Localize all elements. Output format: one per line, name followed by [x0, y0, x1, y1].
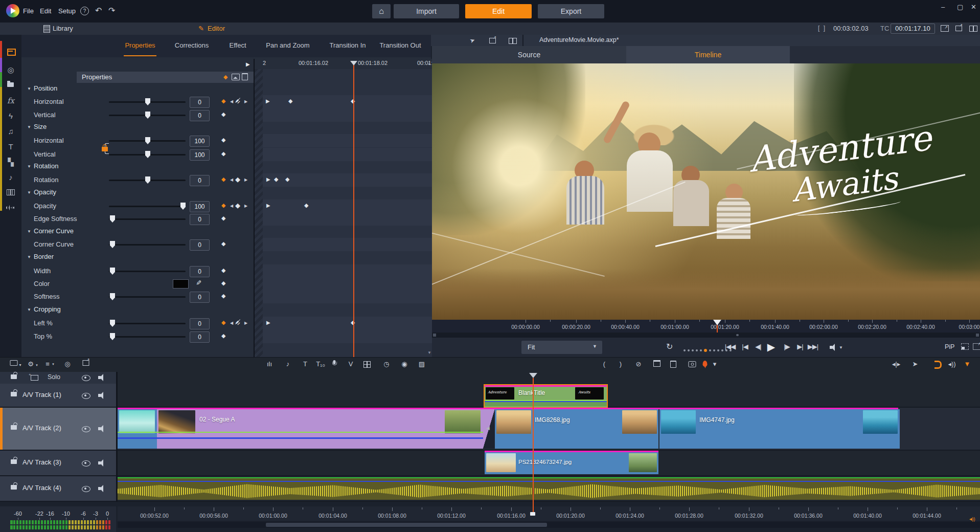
undo-icon[interactable]: ↶ — [95, 6, 102, 15]
track-speaker-icon[interactable] — [98, 425, 104, 432]
transition-wedge[interactable]: ◀ — [483, 409, 495, 449]
slider-track-edge softness[interactable] — [109, 218, 186, 220]
keyframe-add-icon[interactable]: ◆ — [221, 176, 225, 183]
voiceover-mic-icon[interactable] — [333, 360, 336, 364]
master-eye-icon[interactable] — [82, 375, 90, 381]
prev-keyframe-icon[interactable]: ◀ — [230, 178, 233, 182]
speaker-dropdown-icon[interactable]: ▼ — [839, 345, 843, 350]
track-lock-icon[interactable] — [11, 392, 17, 396]
marker-dropdown-icon[interactable]: ▾ — [713, 360, 717, 368]
track-lock-icon[interactable] — [11, 485, 17, 490]
audio-mixer-icon[interactable]: ılı — [267, 360, 272, 368]
ruler-playhead-grip[interactable] — [530, 512, 535, 516]
keyframe-add-icon[interactable]: ◆ — [221, 319, 225, 326]
split-view-icon[interactable] — [509, 38, 517, 44]
razor-disabled-icon[interactable]: ⊘ — [636, 360, 642, 368]
tab-transition-out[interactable]: Transition Out — [379, 41, 421, 49]
gear-settings-icon[interactable]: ⚙▾ — [28, 360, 34, 368]
slider-thumb-rotation[interactable] — [145, 176, 150, 184]
trim-editor-icon[interactable]: ◂|▸ — [892, 360, 900, 368]
timeline-playhead-strip[interactable] — [118, 372, 980, 384]
home-button[interactable]: ⌂ — [372, 4, 391, 18]
slider-track-width[interactable] — [109, 271, 186, 272]
help-icon[interactable]: ? — [80, 7, 89, 15]
scroll-cap-right[interactable] — [976, 334, 979, 337]
export-button[interactable]: Export — [538, 4, 604, 18]
disc-author-icon[interactable]: ◎ — [64, 360, 70, 368]
send-to-timeline-icon[interactable]: ➤ — [913, 360, 918, 368]
loop-icon[interactable]: ↻ — [666, 342, 673, 351]
timeline-ruler[interactable]: 00:00:52.0000:00:56.0000:01:00.0000:01:0… — [118, 506, 980, 521]
value-field-left %[interactable]: 0 — [190, 318, 210, 329]
film-reel-icon[interactable]: ◎ — [0, 65, 21, 75]
tab-transition-in[interactable]: Transition In — [329, 41, 366, 49]
track-content-2[interactable]: 02 - Segue A◀IMG8268.jpgIMG4747.jpg — [118, 408, 980, 451]
keyframe-point[interactable]: ◆ — [285, 176, 289, 183]
maximize-button[interactable]: ▢ — [957, 3, 963, 11]
menu-edit[interactable]: Edit — [40, 7, 51, 15]
tab-corrections[interactable]: Corrections — [175, 41, 209, 49]
value-field-vertical[interactable]: 100 — [190, 149, 210, 161]
track-eye-icon[interactable] — [82, 460, 90, 467]
subtitle-text-icon[interactable]: T₁₀ — [316, 360, 325, 368]
transport-jump-start-button[interactable]: |◀◀ — [725, 343, 735, 350]
effects-fx-icon[interactable]: fx — [0, 96, 21, 105]
value-field-softness[interactable]: 0 — [190, 292, 210, 303]
dual-view-icon[interactable] — [969, 26, 977, 32]
audio-wave-icon[interactable] — [6, 205, 14, 211]
video-preview[interactable]: Adventure Awaits — [432, 63, 980, 320]
next-keyframe-icon[interactable]: ▶ — [244, 321, 247, 325]
value-field-top %[interactable]: 0 — [190, 331, 210, 343]
multicam-grid-icon[interactable] — [363, 360, 371, 369]
menu-setup[interactable]: Setup — [58, 7, 76, 15]
tab-pan-and-zoom[interactable]: Pan and Zoom — [266, 41, 309, 49]
value-field-rotation[interactable]: 0 — [190, 175, 210, 186]
track-speaker-icon[interactable] — [98, 459, 104, 467]
slider-thumb-softness[interactable] — [110, 293, 115, 300]
keyframe-point[interactable]: ◆ — [288, 98, 292, 104]
group-collapse-1-icon[interactable]: ▼ — [27, 125, 31, 129]
magnet-snap-icon[interactable] — [934, 360, 942, 369]
track-header-2[interactable]: A/V Track (2) — [0, 408, 116, 451]
kf-clip-start-icon[interactable]: ▶ — [266, 203, 270, 208]
track-content-1[interactable]: AdventureAwaitsBlankTitle — [118, 384, 980, 408]
border-color-swatch[interactable] — [173, 279, 189, 289]
slider-track-left %[interactable] — [109, 323, 186, 324]
track-header-1[interactable]: A/V Track (1) — [0, 384, 116, 408]
play-keyframes-icon[interactable]: ▶ — [246, 61, 250, 67]
keyframe-add-icon[interactable]: ◆ — [221, 202, 225, 209]
kf-clip-start-icon[interactable]: ▶ — [266, 176, 270, 182]
scorefitter-icon[interactable]: ♪ — [0, 173, 21, 182]
transport-play-button[interactable]: ▶ — [767, 341, 774, 353]
group-collapse-2-icon[interactable]: ▼ — [27, 164, 31, 169]
projects-folder-icon[interactable] — [7, 82, 14, 87]
track-header-3[interactable]: A/V Track (3) — [0, 451, 116, 476]
keyframe-diamond-icon[interactable]: ◆ — [221, 150, 225, 157]
preview-playhead-handle[interactable] — [713, 320, 721, 325]
app-logo-icon[interactable] — [6, 4, 19, 17]
track-eye-icon[interactable] — [82, 486, 90, 492]
import-button[interactable]: Import — [394, 4, 459, 18]
keyframe-multi-icon[interactable]: ◆ — [236, 319, 240, 326]
timecode-field[interactable]: 00:01:17.10 — [891, 24, 935, 34]
music-note-icon[interactable]: ♫ — [0, 127, 21, 136]
value-field-edge softness[interactable]: 0 — [190, 214, 210, 225]
timeline-playhead-line[interactable] — [533, 378, 534, 506]
minimize-button[interactable]: – — [941, 3, 945, 11]
track-lock-icon[interactable] — [11, 459, 17, 464]
crop-icon[interactable]: ↗ — [973, 343, 980, 350]
add-track-icon[interactable]: + — [31, 375, 38, 381]
transport-next-clip-button[interactable]: ▶| — [797, 343, 803, 350]
preview-scrollbar[interactable] — [432, 332, 980, 338]
menu-file[interactable]: File — [23, 7, 34, 15]
keyframe-current-icon[interactable]: ◆ — [235, 175, 240, 183]
tab-timeline[interactable]: Timeline — [626, 46, 790, 63]
kf-clip-start-icon[interactable]: ▶ — [266, 320, 270, 325]
value-field-corner curve[interactable]: 0 — [190, 239, 210, 251]
slider-thumb-vertical[interactable] — [145, 151, 150, 158]
title-text-icon[interactable]: T — [303, 360, 307, 368]
color-picker-pen-icon[interactable]: ✎ — [195, 280, 202, 285]
keyframe-diamond-icon[interactable]: ◆ — [221, 293, 225, 299]
prev-keyframe-icon[interactable]: ◀ — [230, 204, 233, 208]
value-field-horizontal[interactable]: 100 — [190, 136, 210, 147]
